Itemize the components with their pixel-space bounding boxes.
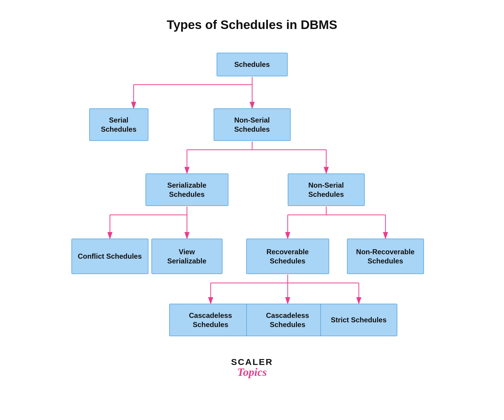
node-schedules: Schedules	[217, 53, 288, 76]
node-cascadeless-2: CascadelessSchedules	[246, 304, 329, 336]
node-recoverable: Recoverable Schedules	[246, 239, 329, 274]
node-nonserial-2: Non-SerialSchedules	[288, 173, 365, 206]
footer-scaler: SCALER	[231, 358, 273, 366]
node-strict: Strict Schedules	[320, 304, 397, 336]
node-serializable: SerializableSchedules	[145, 173, 228, 206]
node-conflict: Conflict Schedules	[71, 239, 148, 274]
diagram: Schedules SerialSchedules Non-SerialSche…	[45, 50, 460, 340]
footer: SCALER Topics	[231, 358, 273, 378]
node-cascadeless-1: CascadelessSchedules	[169, 304, 252, 336]
node-nonserial-1: Non-SerialSchedules	[214, 108, 291, 141]
page-title: Types of Schedules in DBMS	[167, 18, 337, 32]
node-view-serializable: ViewSerializable	[151, 239, 223, 274]
footer-topics: Topics	[231, 366, 273, 378]
node-non-recoverable: Non-RecoverableSchedules	[347, 239, 424, 274]
arrows-svg	[45, 50, 460, 340]
node-serial: SerialSchedules	[89, 108, 148, 141]
